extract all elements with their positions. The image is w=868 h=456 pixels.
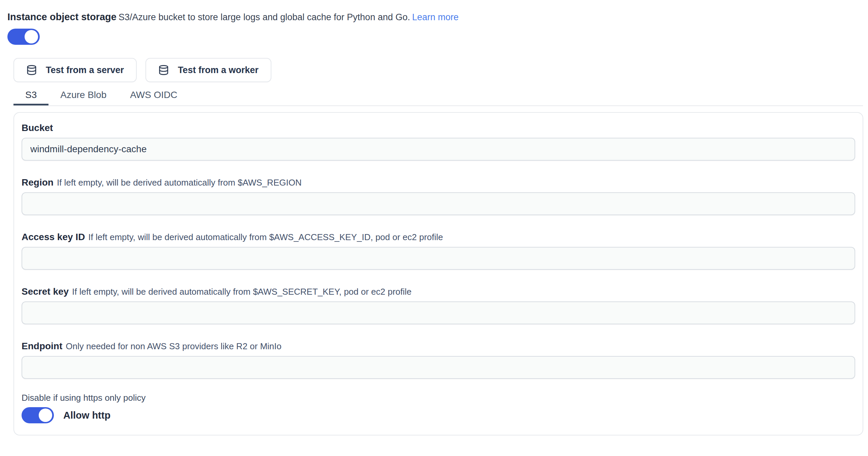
learn-more-link[interactable]: Learn more [412,12,459,22]
endpoint-field: EndpointOnly needed for non AWS S3 provi… [22,340,855,379]
bucket-label: Bucket [22,123,53,133]
region-field: RegionIf left empty, will be derived aut… [22,177,855,215]
storage-provider-tabs: S3 Azure Blob AWS OIDC [13,87,863,106]
region-label: Region [22,177,54,188]
region-input[interactable] [22,192,855,215]
tab-aws-oidc[interactable]: AWS OIDC [118,87,189,105]
access-key-id-input[interactable] [22,247,855,270]
tab-azure-blob[interactable]: Azure Blob [49,87,118,105]
test-from-worker-label: Test from a worker [178,65,258,75]
endpoint-hint: Only needed for non AWS S3 providers lik… [66,341,281,351]
database-icon [26,64,37,76]
endpoint-label: Endpoint [22,341,62,351]
access-key-id-hint: If left empty, will be derived automatic… [88,232,443,242]
s3-settings-panel: Bucket RegionIf left empty, will be deri… [13,112,863,435]
test-from-server-label: Test from a server [46,65,124,75]
tab-s3[interactable]: S3 [13,87,49,105]
header: Instance object storageS3/Azure bucket t… [7,10,863,24]
test-from-server-button[interactable]: Test from a server [13,58,137,82]
bucket-field: Bucket [22,122,855,161]
secret-key-field: Secret keyIf left empty, will be derived… [22,286,855,324]
secret-key-label: Secret key [22,286,69,297]
access-key-id-label: Access key ID [22,232,85,242]
allow-http-note: Disable if using https only policy [22,392,855,403]
access-key-id-field: Access key IDIf left empty, will be deri… [22,231,855,270]
page-description: S3/Azure bucket to store large logs and … [119,12,410,22]
test-from-worker-button[interactable]: Test from a worker [146,58,271,82]
test-buttons-row: Test from a server Test from a worker [13,58,863,82]
allow-http-label: Allow http [63,410,111,421]
allow-http-toggle[interactable] [22,407,54,423]
toggle-knob [39,408,52,422]
bucket-input[interactable] [22,138,855,161]
secret-key-input[interactable] [22,301,855,324]
page-title: Instance object storage [7,11,117,22]
instance-object-storage-settings: Instance object storageS3/Azure bucket t… [0,0,868,435]
toggle-knob [25,30,38,43]
database-icon [158,64,169,76]
allow-http-row: Allow http [22,407,855,423]
endpoint-input[interactable] [22,356,855,379]
object-storage-toggle[interactable] [7,29,40,45]
region-hint: If left empty, will be derived automatic… [57,178,302,188]
secret-key-hint: If left empty, will be derived automatic… [72,286,411,297]
